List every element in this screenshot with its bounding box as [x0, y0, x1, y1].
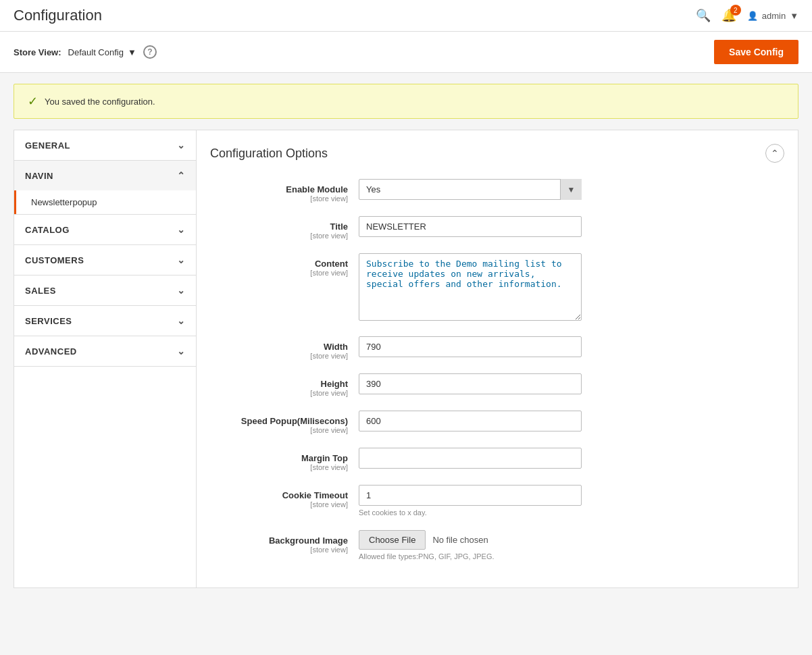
title-field	[359, 216, 784, 237]
content-area: Configuration Options ⌃ Enable Module [s…	[196, 130, 798, 588]
no-file-chosen-text: No file chosen	[432, 535, 488, 545]
title-input[interactable]	[359, 216, 582, 237]
store-view-section: Store View: Default Config ▼ ?	[14, 45, 157, 59]
chevron-down-icon: ⌄	[177, 255, 186, 265]
allowed-file-types-hint: Allowed file types:PNG, GIF, JPG, JPEG.	[359, 552, 784, 560]
height-label-group: Height [store view]	[210, 373, 359, 397]
cookie-timeout-label-group: Cookie Timeout [store view]	[210, 485, 359, 508]
sidebar-item-customers: CUSTOMERS ⌄	[14, 245, 196, 276]
cookie-timeout-note: [store view]	[210, 500, 348, 508]
app-header: Configuration 🔍 🔔 2 👤 admin ▼	[0, 0, 812, 32]
user-dropdown-icon: ▼	[790, 11, 798, 21]
store-view-chevron-icon: ▼	[128, 47, 136, 57]
enable-module-select[interactable]: Yes No	[359, 179, 582, 200]
form-row-height: Height [store view]	[210, 373, 784, 397]
chevron-down-icon: ⌄	[177, 224, 186, 235]
sidebar-item-navin-header[interactable]: NAVIN ⌃	[14, 161, 196, 190]
sidebar-item-advanced-label: ADVANCED	[25, 346, 77, 357]
cookie-timeout-hint: Set cookies to x day.	[359, 508, 784, 517]
sidebar-item-navin: NAVIN ⌃ Newsletterpopup	[14, 161, 196, 215]
background-image-field: Choose File No file chosen Allowed file …	[359, 530, 784, 560]
background-image-label: Background Image	[210, 535, 348, 546]
enable-module-field: Yes No ▼	[359, 179, 784, 200]
success-message: ✓ You saved the configuration.	[14, 84, 798, 119]
sidebar-item-general: GENERAL ⌄	[14, 130, 196, 161]
title-label: Title	[210, 221, 348, 232]
form-row-enable-module: Enable Module [store view] Yes No ▼	[210, 179, 784, 203]
store-view-select[interactable]: Default Config ▼	[68, 47, 136, 57]
form-row-margin-top: Margin Top [store view]	[210, 448, 784, 471]
width-label: Width	[210, 342, 348, 352]
user-menu[interactable]: 👤 admin ▼	[747, 11, 798, 21]
sidebar-item-general-label: GENERAL	[25, 140, 70, 151]
width-note: [store view]	[210, 352, 348, 360]
help-icon[interactable]: ?	[143, 45, 157, 59]
height-note: [store view]	[210, 389, 348, 397]
sidebar-item-general-header[interactable]: GENERAL ⌄	[14, 130, 196, 160]
speed-popup-label-group: Speed Popup(Milisecons) [store view]	[210, 411, 359, 434]
enable-module-note: [store view]	[210, 194, 348, 203]
content-note: [store view]	[210, 269, 348, 277]
height-label: Height	[210, 379, 348, 389]
collapse-button[interactable]: ⌃	[765, 144, 784, 163]
enable-module-label-group: Enable Module [store view]	[210, 179, 359, 203]
margin-top-field	[359, 448, 784, 469]
notification-button[interactable]: 🔔 2	[721, 8, 736, 23]
sidebar-item-sales-header[interactable]: SALES ⌄	[14, 276, 196, 305]
speed-popup-input[interactable]	[359, 411, 582, 431]
chevron-up-icon: ⌃	[177, 170, 186, 181]
header-actions: 🔍 🔔 2 👤 admin ▼	[696, 8, 798, 23]
page-title: Configuration	[14, 7, 102, 24]
enable-module-label: Enable Module	[210, 184, 348, 194]
margin-top-label-group: Margin Top [store view]	[210, 448, 359, 471]
user-icon: 👤	[747, 11, 758, 21]
content-label-group: Content [store view]	[210, 253, 359, 277]
sidebar-item-advanced-header[interactable]: ADVANCED ⌄	[14, 336, 196, 366]
speed-popup-label: Speed Popup(Milisecons)	[210, 416, 348, 426]
success-text: You saved the configuration.	[45, 97, 155, 107]
height-input[interactable]	[359, 373, 582, 394]
speed-popup-note: [store view]	[210, 426, 348, 434]
form-row-background-image: Background Image [store view] Choose Fil…	[210, 530, 784, 560]
success-check-icon: ✓	[28, 94, 38, 109]
chevron-down-icon: ⌄	[177, 346, 186, 357]
background-image-note: [store view]	[210, 546, 348, 554]
sidebar-item-advanced: ADVANCED ⌄	[14, 336, 196, 367]
search-icon[interactable]: 🔍	[696, 8, 711, 23]
margin-top-input[interactable]	[359, 448, 582, 469]
sidebar-item-services-header[interactable]: SERVICES ⌄	[14, 306, 196, 336]
choose-file-button[interactable]: Choose File	[359, 530, 426, 550]
sidebar-item-sales: SALES ⌄	[14, 276, 196, 306]
sidebar-item-customers-header[interactable]: CUSTOMERS ⌄	[14, 245, 196, 275]
cookie-timeout-label: Cookie Timeout	[210, 490, 348, 500]
content-textarea[interactable]: Subscribe to the Demo mailing list to re…	[359, 253, 582, 321]
height-field	[359, 373, 784, 394]
sidebar-item-services: SERVICES ⌄	[14, 306, 196, 336]
user-label: admin	[762, 11, 786, 21]
form-row-title: Title [store view]	[210, 216, 784, 240]
notification-badge: 2	[730, 5, 741, 16]
margin-top-note: [store view]	[210, 463, 348, 471]
save-config-button[interactable]: Save Config	[714, 40, 798, 64]
width-field	[359, 336, 784, 357]
cookie-timeout-field: Set cookies to x day.	[359, 485, 784, 517]
store-view-value: Default Config	[68, 47, 124, 57]
content-field: Subscribe to the Demo mailing list to re…	[359, 253, 784, 323]
sidebar-item-services-label: SERVICES	[25, 316, 72, 326]
title-note: [store view]	[210, 232, 348, 240]
form-row-content: Content [store view] Subscribe to the De…	[210, 253, 784, 323]
chevron-down-icon: ⌄	[177, 140, 186, 151]
cookie-timeout-input[interactable]	[359, 485, 582, 506]
speed-popup-field	[359, 411, 784, 431]
sidebar-item-catalog: CATALOG ⌄	[14, 215, 196, 245]
store-view-label: Store View:	[14, 47, 61, 57]
width-input[interactable]	[359, 336, 582, 357]
main-layout: GENERAL ⌄ NAVIN ⌃ Newsletterpopup CATALO…	[14, 130, 798, 588]
sidebar-item-navin-label: NAVIN	[25, 171, 53, 181]
sidebar-item-catalog-header[interactable]: CATALOG ⌄	[14, 215, 196, 244]
file-upload-group: Choose File No file chosen	[359, 530, 784, 550]
margin-top-label: Margin Top	[210, 453, 348, 463]
sidebar-sub-item-newsletterpopup-link[interactable]: Newsletterpopup	[16, 190, 196, 214]
chevron-down-icon: ⌄	[177, 285, 186, 296]
sidebar-sub-item-newsletterpopup: Newsletterpopup	[14, 190, 196, 214]
